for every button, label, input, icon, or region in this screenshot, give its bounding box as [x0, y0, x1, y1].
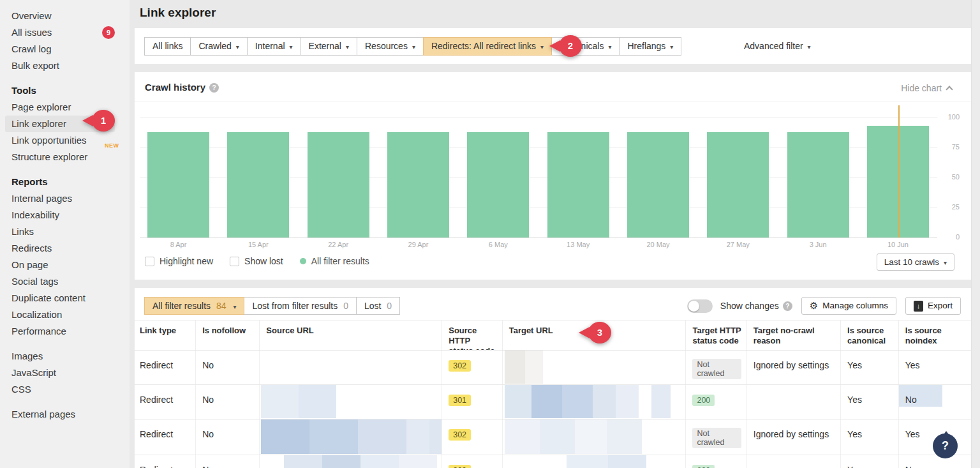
x-tick-label: 10 Jun: [867, 241, 929, 248]
filter-chip-all-links[interactable]: All links: [144, 37, 191, 56]
bar-6-may: [467, 132, 529, 238]
caret-down-icon: [233, 299, 236, 315]
tab-lost[interactable]: Lost 0: [356, 297, 400, 315]
source-url-redacted: [259, 419, 442, 455]
filter-chip-external[interactable]: External: [301, 37, 357, 56]
y-tick-label: 75: [940, 143, 960, 151]
sidebar-item-on-page[interactable]: On page: [11, 257, 130, 273]
sidebar-item-crawl-log[interactable]: Crawl log: [11, 41, 130, 57]
col-source-http-status[interactable]: Source HTTP status code: [442, 321, 501, 350]
redacted-blur: [505, 351, 543, 384]
sidebar-item-external-pages[interactable]: External pages: [11, 406, 130, 423]
y-tick-label: 50: [940, 173, 960, 181]
col-is-source-noindex[interactable]: Is source noindex: [898, 321, 971, 350]
tab-count: 0: [387, 301, 392, 311]
table-row[interactable]: Redirect No 302 200 Yes No: [135, 455, 971, 468]
table-actions: Show changes ? Manage columns Export: [687, 297, 961, 315]
caret-down-icon: [540, 38, 544, 56]
x-tick-label: 29 Apr: [387, 241, 449, 248]
bar-chart: [147, 117, 929, 238]
export-button[interactable]: Export: [905, 297, 961, 315]
target-url-redacted: [502, 351, 686, 384]
scrollbar-track[interactable]: [971, 0, 980, 468]
source-url-redacted: [259, 351, 442, 384]
x-tick-label: 15 Apr: [227, 241, 289, 248]
col-target-no-crawl-reason[interactable]: Target no-crawl reason: [746, 321, 840, 350]
sidebar-item-overview[interactable]: Overview: [11, 8, 130, 24]
sidebar-item-performance[interactable]: Performance: [11, 323, 130, 340]
table-row[interactable]: Redirect No 302 Not crawled Ignored by s…: [135, 419, 971, 455]
sidebar-item-images[interactable]: Images: [11, 348, 130, 365]
help-button[interactable]: ?: [933, 434, 958, 458]
sidebar-item-javascript[interactable]: JavaScript: [11, 365, 130, 381]
status-badge: 302: [449, 465, 471, 468]
filter-chip-internal[interactable]: Internal: [247, 37, 301, 56]
col-link-type[interactable]: Link type: [135, 321, 195, 350]
sidebar-item-css[interactable]: CSS: [11, 381, 130, 398]
caret-down-icon: [346, 38, 349, 56]
x-tick-label: 20 May: [627, 241, 689, 248]
callout-marker-3: 3: [588, 322, 611, 343]
x-tick-label: 22 Apr: [308, 241, 369, 248]
sidebar-item-duplicate-content[interactable]: Duplicate content: [11, 290, 130, 306]
tab-lost-from-filter-results[interactable]: Lost from filter results 0: [244, 297, 357, 315]
filter-chip-redirects-active[interactable]: Redirects: All redirect links: [423, 37, 552, 56]
x-tick-label: 13 May: [547, 241, 609, 248]
col-is-source-canonical[interactable]: Is source canonical: [840, 321, 898, 350]
page-title: Link explorer: [140, 6, 216, 20]
redacted-blur: [284, 455, 437, 468]
table-row[interactable]: Redirect No 302 Not crawled Ignored by s…: [135, 351, 971, 385]
crawl-range-dropdown[interactable]: Last 10 crawls: [877, 253, 954, 271]
caret-down-icon: [944, 255, 947, 271]
filter-chip-resources[interactable]: Resources: [357, 37, 424, 56]
current-crawl-marker-line: [898, 105, 900, 238]
table-row[interactable]: Redirect No 301 200 Yes No: [135, 385, 971, 419]
redacted-blur: [567, 455, 646, 468]
sidebar-item-internal-pages[interactable]: Internal pages: [11, 190, 130, 207]
sidebar-item-link-opportunities[interactable]: Link opportunities NEW: [11, 132, 130, 149]
sidebar-item-links[interactable]: Links: [11, 223, 130, 240]
help-icon[interactable]: ?: [209, 83, 219, 93]
help-icon[interactable]: ?: [783, 301, 792, 311]
chevron-up-icon: [946, 86, 953, 93]
redacted-blur: [505, 419, 642, 454]
filter-chip-hreflangs[interactable]: Hreflangs: [619, 37, 681, 56]
manage-columns-button[interactable]: Manage columns: [801, 297, 896, 315]
bar-27-may: [707, 132, 769, 238]
crawl-history-panel: Crawl history? Hide chart 8 Apr15 Apr22 …: [135, 72, 971, 280]
bar-15-apr: [227, 132, 289, 238]
col-source-url[interactable]: Source URL: [259, 321, 442, 350]
sidebar-item-redirects[interactable]: Redirects: [11, 240, 130, 257]
table-header-row: Link type Is nofollow Source URL Source …: [135, 320, 971, 351]
advanced-filter-button[interactable]: Advanced filter: [744, 37, 811, 56]
sidebar-section-reports: Reports: [11, 174, 130, 190]
x-tick-label: 27 May: [707, 241, 769, 248]
filter-chip-crawled[interactable]: Crawled: [190, 37, 247, 56]
col-is-nofollow[interactable]: Is nofollow: [195, 321, 259, 350]
sidebar-item-all-issues[interactable]: All issues 9: [11, 24, 130, 41]
sidebar: Overview All issues 9 Crawl log Bulk exp…: [0, 0, 130, 468]
caret-down-icon: [670, 38, 673, 56]
caret-down-icon: [290, 38, 293, 56]
chart-footer: Highlight new Show lost All filter resul…: [145, 256, 386, 266]
target-url-redacted: [502, 419, 686, 455]
highlight-new-checkbox[interactable]: [145, 257, 154, 266]
bar-22-apr: [308, 132, 369, 238]
x-tick-label: 8 Apr: [147, 241, 209, 248]
export-download-icon: [914, 301, 923, 312]
sidebar-item-social-tags[interactable]: Social tags: [11, 273, 130, 290]
sidebar-item-structure-explorer[interactable]: Structure explorer: [11, 149, 130, 165]
col-target-http-status[interactable]: Target HTTP status code: [685, 321, 746, 350]
show-changes-toggle[interactable]: [687, 299, 713, 313]
highlight-new-option: Highlight new: [145, 256, 213, 266]
tab-all-filter-results[interactable]: All filter results 84: [144, 297, 244, 315]
sidebar-section-tools: Tools: [11, 82, 130, 99]
target-url-redacted: [502, 385, 686, 419]
sidebar-item-localization[interactable]: Localization: [11, 306, 130, 323]
show-lost-checkbox[interactable]: [230, 257, 239, 266]
status-badge: Not crawled: [692, 359, 741, 379]
sidebar-item-indexability[interactable]: Indexability: [11, 207, 130, 223]
sidebar-item-bulk-export[interactable]: Bulk export: [11, 57, 130, 74]
hide-chart-button[interactable]: Hide chart: [901, 83, 952, 93]
tab-count: 84: [216, 301, 226, 311]
